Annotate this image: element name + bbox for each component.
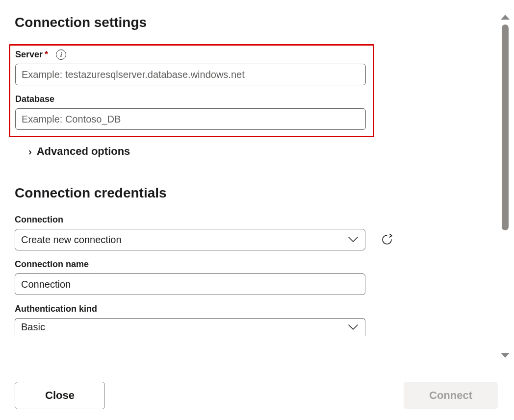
connection-name-input[interactable] [15,273,365,295]
connect-button[interactable]: Connect [404,382,498,409]
advanced-options-label: Advanced options [37,145,130,158]
server-input[interactable] [15,64,366,85]
auth-kind-label: Authentication kind [15,304,97,314]
connection-name-label: Connection name [15,259,89,270]
scroll-up-arrow-icon[interactable] [501,15,510,20]
server-field-group: Server * i [15,49,368,85]
server-label: Server [15,49,43,60]
connection-name-field-group: Connection name [15,259,486,295]
vertical-scrollbar[interactable] [498,15,512,358]
database-field-group: Database [15,94,368,130]
connection-select[interactable]: Create new connection [15,229,365,250]
connection-credentials-heading: Connection credentials [15,185,486,201]
database-label: Database [15,94,54,104]
auth-kind-select[interactable]: Basic [15,318,365,336]
auth-kind-field-group: Authentication kind Basic [15,304,486,336]
connection-select-value: Create new connection [21,234,122,246]
scroll-down-arrow-icon[interactable] [501,353,510,358]
scroll-track[interactable] [502,25,509,348]
connection-field-group: Connection Create new connection [15,215,486,250]
highlighted-required-fields: Server * i Database [9,44,374,137]
auth-kind-select-value: Basic [21,321,45,333]
required-marker: * [45,49,48,60]
scroll-thumb[interactable] [502,25,509,230]
info-icon[interactable]: i [56,49,66,60]
connection-label: Connection [15,215,63,225]
close-button[interactable]: Close [15,382,105,409]
connection-settings-heading: Connection settings [15,15,486,30]
refresh-icon [380,233,394,247]
chevron-down-icon [348,324,358,330]
database-input[interactable] [15,108,366,130]
chevron-right-icon: › [28,146,32,157]
refresh-connections-button[interactable] [379,232,395,247]
advanced-options-toggle[interactable]: › Advanced options [28,145,486,158]
chevron-down-icon [348,237,358,243]
